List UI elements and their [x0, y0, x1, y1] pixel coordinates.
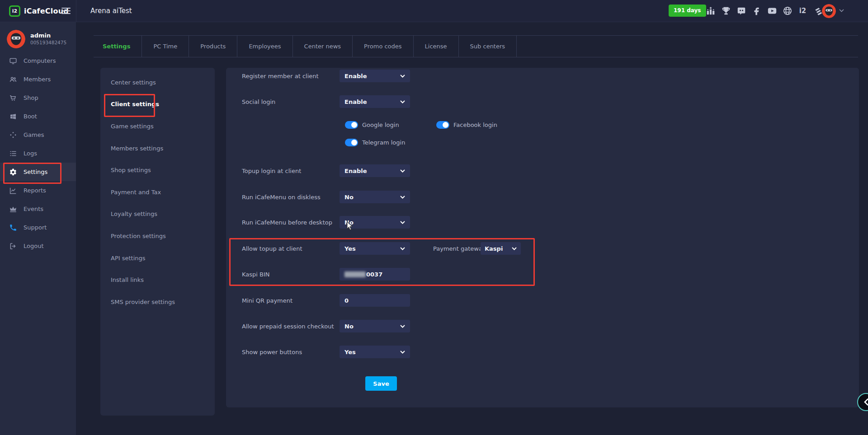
top-bar: i2 iCafeCloud Arena aiTest 191 days i2 — [0, 0, 868, 22]
chevron-down-icon — [400, 196, 405, 199]
select-value: Yes — [344, 349, 356, 355]
sidebar-item-events[interactable]: Events — [0, 200, 76, 218]
sidebar-item-computers[interactable]: Computers — [0, 51, 76, 70]
input-value: 0 — [344, 297, 349, 304]
settings-menu-item-game-settings[interactable]: Game settings — [100, 115, 215, 137]
settings-menu-item-center-settings[interactable]: Center settings — [100, 71, 215, 94]
settings-menu-item-sms-provider-settings[interactable]: SMS provider settings — [100, 291, 215, 313]
tab-sub-centers[interactable]: Sub centers — [459, 36, 517, 57]
register-member-select[interactable]: Enable — [340, 70, 410, 82]
chevron-down-icon — [512, 247, 517, 250]
avatar[interactable] — [822, 4, 836, 18]
telegram-login-toggle[interactable] — [345, 139, 358, 146]
field-label: Social login — [242, 98, 275, 105]
user-avatar[interactable] — [7, 30, 25, 48]
sidebar-item-boot[interactable]: Boot — [0, 107, 76, 126]
field-label: Run iCafeMenu before desktop — [242, 219, 332, 226]
chevron-down-icon — [400, 325, 405, 328]
license-days-badge[interactable]: 191 days — [669, 5, 706, 17]
icafemenu-before-desktop-select[interactable]: No — [340, 216, 410, 229]
list-icon — [9, 150, 17, 158]
sidebar-item-reports[interactable]: Reports — [0, 181, 76, 200]
google-login-toggle[interactable] — [345, 121, 358, 129]
field-label: Mini QR payment — [242, 297, 292, 304]
chevron-down-icon — [400, 100, 405, 103]
discord-icon[interactable] — [736, 6, 746, 16]
topbar-divider — [76, 0, 76, 22]
sidebar-nav: Computers Members Shop Boot Games Logs S… — [0, 51, 76, 255]
mini-qr-input[interactable]: 0 — [340, 294, 410, 307]
sidebar-item-label: Shop — [24, 94, 38, 101]
tab-products[interactable]: Products — [189, 36, 237, 57]
sidebar-item-label: Settings — [24, 168, 47, 175]
select-value: No — [344, 194, 354, 201]
settings-menu-item-loyalty-settings[interactable]: Loyalty settings — [100, 203, 215, 225]
settings-menu-item-members-settings[interactable]: Members settings — [100, 137, 215, 159]
monitor-icon — [9, 57, 17, 65]
brand[interactable]: i2 iCafeCloud — [9, 0, 69, 22]
input-value: 0037 — [366, 271, 382, 278]
youtube-icon[interactable] — [767, 6, 777, 16]
kaspi-bin-input[interactable]: 0037 — [340, 268, 410, 281]
ranking-icon[interactable] — [705, 6, 716, 16]
sidebar-item-shop[interactable]: Shop — [0, 89, 76, 107]
phone-icon — [9, 224, 17, 232]
sidebar-item-support[interactable]: Support — [0, 218, 76, 237]
icafemenu-diskless-select[interactable]: No — [340, 191, 410, 203]
settings-menu-item-shop-settings[interactable]: Shop settings — [100, 159, 215, 181]
field-label: Show power buttons — [242, 349, 302, 355]
field-label: Run iCafeMenu on diskless — [242, 194, 321, 201]
settings-menu-item-client-settings[interactable]: Client settings — [100, 94, 215, 116]
field-label: Payment gateway — [433, 245, 486, 252]
tab-promo-codes[interactable]: Promo codes — [353, 36, 414, 57]
chevron-down-icon — [400, 75, 405, 78]
hamburger-menu-icon[interactable] — [61, 8, 71, 16]
telegram-login-toggle-group: Telegram login — [345, 139, 405, 146]
field-label: Topup login at client — [242, 168, 301, 174]
social-login-select[interactable]: Enable — [340, 95, 410, 108]
sidebar-item-label: Support — [24, 224, 47, 231]
sidebar-item-settings[interactable]: Settings — [0, 163, 76, 181]
settings-menu-panel: Center settings Client settings Game set… — [100, 68, 215, 416]
sidebar-item-logout[interactable]: Logout — [0, 237, 76, 255]
tab-employees[interactable]: Employees — [237, 36, 292, 57]
tab-settings[interactable]: Settings — [94, 36, 142, 57]
settings-menu-item-api-settings[interactable]: API settings — [100, 247, 215, 269]
icafe-i2-icon[interactable]: i2 — [797, 6, 808, 16]
tab-pc-time[interactable]: PC Time — [142, 36, 189, 57]
sidebar-item-logs[interactable]: Logs — [0, 144, 76, 163]
select-value: Enable — [344, 168, 367, 174]
crown-icon — [9, 205, 17, 213]
sidebar-item-label: Events — [24, 206, 43, 212]
select-value: Enable — [344, 98, 367, 105]
power-buttons-select[interactable]: Yes — [340, 346, 410, 358]
settings-menu-item-protection-settings[interactable]: Protection settings — [100, 225, 215, 247]
field-label: Allow topup at client — [242, 245, 302, 252]
sidebar-item-label: Reports — [24, 187, 46, 194]
select-value: Enable — [344, 73, 367, 80]
chevron-down-icon — [400, 169, 405, 173]
globe-icon[interactable] — [782, 6, 793, 16]
settings-menu-item-payment-and-tax[interactable]: Payment and Tax — [100, 181, 215, 203]
field-label: Register member at client — [242, 73, 319, 80]
field-label: Kaspi BIN — [242, 271, 270, 278]
toggle-label: Facebook login — [453, 122, 497, 128]
tab-center-news[interactable]: Center news — [293, 36, 353, 57]
user-id: 005193482475 — [30, 39, 66, 46]
topup-login-select[interactable]: Enable — [340, 164, 410, 177]
save-button[interactable]: Save — [365, 376, 397, 391]
facebook-icon[interactable] — [751, 6, 762, 16]
trophy-icon[interactable] — [721, 6, 731, 16]
sidebar-item-label: Members — [24, 76, 51, 83]
chevron-down-icon[interactable] — [839, 9, 844, 12]
chevron-down-icon — [400, 351, 405, 354]
payment-gateway-select[interactable]: Kaspi — [481, 242, 521, 255]
settings-menu-item-install-links[interactable]: Install links — [100, 269, 215, 291]
sidebar-item-label: Logs — [24, 150, 37, 157]
sidebar-item-games[interactable]: Games — [0, 126, 76, 144]
sidebar-item-members[interactable]: Members — [0, 70, 76, 89]
allow-topup-select[interactable]: Yes — [340, 242, 410, 255]
tab-license[interactable]: License — [414, 36, 459, 57]
prepaid-checkout-select[interactable]: No — [340, 320, 410, 332]
facebook-login-toggle[interactable] — [436, 121, 449, 129]
